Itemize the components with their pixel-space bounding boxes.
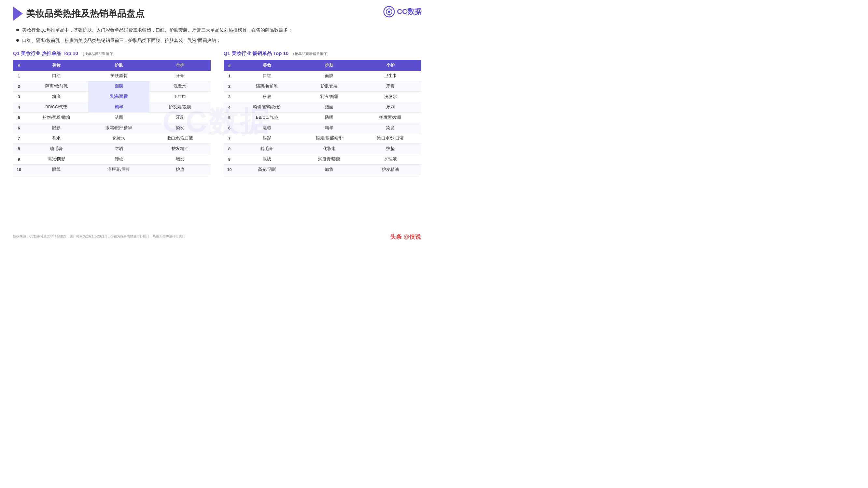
personal-cell: 护发精油 bbox=[360, 165, 421, 175]
table2: # 美妆 护肤 个护 1口红面膜卫生巾2隔离/妆前乳护肤套装牙膏3粉底乳液/面霜… bbox=[224, 60, 421, 175]
personal-cell: 护发素/发膜 bbox=[150, 102, 211, 112]
makeup-cell: BB/CC/气垫 bbox=[236, 112, 299, 123]
skincare-cell: 化妆水 bbox=[299, 144, 360, 154]
personal-cell: 牙刷 bbox=[360, 102, 421, 112]
rank-cell: 5 bbox=[224, 112, 236, 123]
makeup-cell: 香水 bbox=[25, 133, 88, 144]
rank-cell: 10 bbox=[13, 165, 25, 175]
table-row: 7香水化妆水漱口水/洗口液 bbox=[13, 133, 211, 144]
skincare-cell: 洁面 bbox=[299, 102, 360, 112]
table-row: 6眼影眼霜/眼部精华染发 bbox=[13, 123, 211, 133]
personal-cell: 牙刷 bbox=[150, 112, 211, 123]
table1-col-makeup: 美妆 bbox=[25, 60, 88, 71]
personal-cell: 护理液 bbox=[360, 154, 421, 165]
rank-cell: 2 bbox=[13, 82, 25, 92]
table1-col-skincare: 护肤 bbox=[88, 60, 150, 71]
skincare-cell: 防晒 bbox=[88, 144, 150, 154]
makeup-cell: 睫毛膏 bbox=[25, 144, 88, 154]
rank-cell: 10 bbox=[224, 165, 236, 175]
page: CC数据 美妆品类热推及热销单品盘点 美妆行业Q1热推单品中，基础护肤、入门彩妆… bbox=[0, 0, 434, 244]
bullet-dot-1 bbox=[16, 29, 19, 31]
skincare-cell: 洁面 bbox=[88, 112, 150, 123]
table1-title: Q1 美妆行业 热推单品 Top 10 （按单品商品数排序） bbox=[13, 51, 211, 57]
table-row: 6遮瑕精华染发 bbox=[224, 123, 421, 133]
rank-cell: 3 bbox=[13, 92, 25, 102]
personal-cell: 染发 bbox=[150, 123, 211, 133]
table1-header-row: # 美妆 护肤 个护 bbox=[13, 60, 211, 71]
skincare-cell: 卸妆 bbox=[88, 154, 150, 165]
personal-cell: 护发精油 bbox=[150, 144, 211, 154]
table-hot-sell: Q1 美妆行业 畅销单品 Top 10 （按单品新增销量排序） # 美妆 护肤 … bbox=[224, 51, 421, 175]
skincare-cell: 化妆水 bbox=[88, 133, 150, 144]
makeup-cell: 隔离/妆前乳 bbox=[236, 82, 299, 92]
table1-col-personal: 个护 bbox=[150, 60, 211, 71]
table2-col-rank: # bbox=[224, 60, 236, 71]
table-row: 4BB/CC/气垫精华护发素/发膜 bbox=[13, 102, 211, 112]
rank-cell: 3 bbox=[224, 92, 236, 102]
makeup-cell: 口红 bbox=[236, 71, 299, 82]
table1: # 美妆 护肤 个护 1口红护肤套装牙膏2隔离/妆前乳面膜洗发水3粉底乳液/面霜… bbox=[13, 60, 211, 175]
personal-cell: 漱口水/洗口液 bbox=[360, 133, 421, 144]
skincare-cell: 卸妆 bbox=[299, 165, 360, 175]
table-row: 3粉底乳液/面霜洗发水 bbox=[224, 92, 421, 102]
makeup-cell: 粉饼/蜜粉/散粉 bbox=[25, 112, 88, 123]
personal-cell: 护发素/发膜 bbox=[360, 112, 421, 123]
page-title: 美妆品类热推及热销单品盘点 bbox=[26, 7, 145, 20]
makeup-cell: 粉底 bbox=[236, 92, 299, 102]
table1-col-rank: # bbox=[13, 60, 25, 71]
skincare-cell: 乳液/面霜 bbox=[88, 92, 150, 102]
svg-point-2 bbox=[388, 10, 391, 13]
footer-source: 数据来源：CC数据社媒营销情报追踪，统计时间为2021.1-2021.3；热销为… bbox=[13, 234, 185, 239]
table-row: 10眼线润唇膏/唇膜护垫 bbox=[13, 165, 211, 175]
makeup-cell: BB/CC/气垫 bbox=[25, 102, 88, 112]
makeup-cell: 眼线 bbox=[25, 165, 88, 175]
table-row: 8睫毛膏化妆水护垫 bbox=[224, 144, 421, 154]
rank-cell: 1 bbox=[224, 71, 236, 82]
skincare-cell: 乳液/面霜 bbox=[299, 92, 360, 102]
makeup-cell: 遮瑕 bbox=[236, 123, 299, 133]
table2-header-row: # 美妆 护肤 个护 bbox=[224, 60, 421, 71]
makeup-cell: 粉底 bbox=[25, 92, 88, 102]
rank-cell: 5 bbox=[13, 112, 25, 123]
bullet-dot-2 bbox=[16, 39, 19, 42]
rank-cell: 6 bbox=[13, 123, 25, 133]
skincare-cell: 防晒 bbox=[299, 112, 360, 123]
title-arrow-icon bbox=[13, 6, 23, 21]
personal-cell: 护垫 bbox=[150, 165, 211, 175]
logo-text: CC数据 bbox=[397, 7, 422, 17]
makeup-cell: 眼线 bbox=[236, 154, 299, 165]
skincare-cell: 精华 bbox=[88, 102, 150, 112]
skincare-cell: 护肤套装 bbox=[299, 82, 360, 92]
rank-cell: 8 bbox=[224, 144, 236, 154]
logo: CC数据 bbox=[383, 6, 422, 18]
rank-cell: 9 bbox=[13, 154, 25, 165]
table-row: 3粉底乳液/面霜卫生巾 bbox=[13, 92, 211, 102]
table-hot-push: Q1 美妆行业 热推单品 Top 10 （按单品商品数排序） # 美妆 护肤 个… bbox=[13, 51, 211, 175]
rank-cell: 2 bbox=[224, 82, 236, 92]
personal-cell: 增发 bbox=[150, 154, 211, 165]
personal-cell: 洗发水 bbox=[150, 82, 211, 92]
table-row: 9眼线润唇膏/唇膜护理液 bbox=[224, 154, 421, 165]
personal-cell: 染发 bbox=[360, 123, 421, 133]
table-row: 7眼影眼霜/眼部精华漱口水/洗口液 bbox=[224, 133, 421, 144]
bullet-1: 美妆行业Q1热推单品中，基础护肤、入门彩妆单品消费需求强烈，口红、护肤套装、牙膏… bbox=[16, 27, 421, 34]
cc-logo-icon bbox=[383, 6, 395, 18]
page-header: 美妆品类热推及热销单品盘点 bbox=[13, 6, 421, 21]
table-row: 2隔离/妆前乳护肤套装牙膏 bbox=[224, 82, 421, 92]
rank-cell: 4 bbox=[13, 102, 25, 112]
rank-cell: 8 bbox=[13, 144, 25, 154]
personal-cell: 卫生巾 bbox=[150, 92, 211, 102]
makeup-cell: 眼影 bbox=[25, 123, 88, 133]
table-row: 9高光/阴影卸妆增发 bbox=[13, 154, 211, 165]
skincare-cell: 润唇膏/唇膜 bbox=[299, 154, 360, 165]
table-row: 1口红护肤套装牙膏 bbox=[13, 71, 211, 82]
table-row: 5粉饼/蜜粉/散粉洁面牙刷 bbox=[13, 112, 211, 123]
makeup-cell: 睫毛膏 bbox=[236, 144, 299, 154]
personal-cell: 卫生巾 bbox=[360, 71, 421, 82]
makeup-cell: 眼影 bbox=[236, 133, 299, 144]
table-row: 2隔离/妆前乳面膜洗发水 bbox=[13, 82, 211, 92]
bullets-section: 美妆行业Q1热推单品中，基础护肤、入门彩妆单品消费需求强烈，口红、护肤套装、牙膏… bbox=[16, 27, 421, 44]
skincare-cell: 面膜 bbox=[88, 82, 150, 92]
table2-col-makeup: 美妆 bbox=[236, 60, 299, 71]
personal-cell: 牙膏 bbox=[360, 82, 421, 92]
